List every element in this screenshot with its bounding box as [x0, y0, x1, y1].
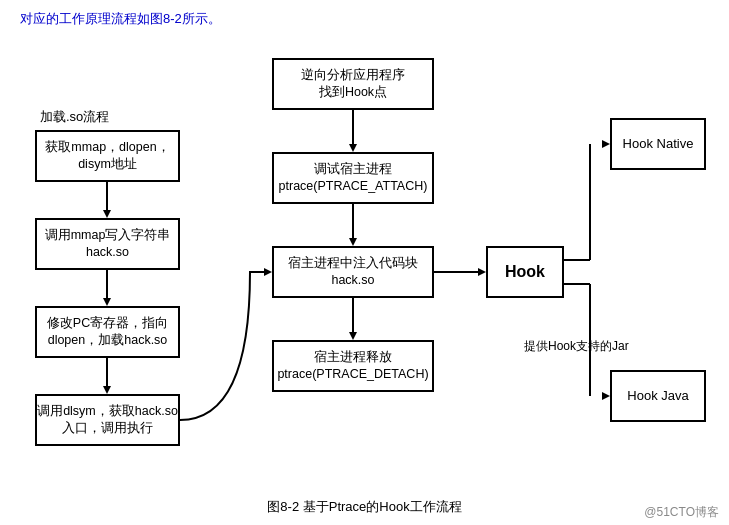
- box-left3: 修改PC寄存器，指向 dlopen，加载hack.so: [35, 306, 180, 358]
- section-label: 加载.so流程: [40, 108, 109, 126]
- diagram-area: 加载.so流程 获取mmap，dlopen， disym地址 调用mmap写入字…: [20, 40, 709, 490]
- box-left2: 调用mmap写入字符串 hack.so: [35, 218, 180, 270]
- box-hook-native: Hook Native: [610, 118, 706, 170]
- watermark: @51CTO博客: [644, 504, 719, 521]
- caption: 图8-2 基于Ptrace的Hook工作流程: [20, 498, 709, 516]
- intro-text: 对应的工作原理流程如图8-2所示。: [20, 10, 709, 28]
- box-hook: Hook: [486, 246, 564, 298]
- box-center4: 宿主进程释放 ptrace(PTRACE_DETACH): [272, 340, 434, 392]
- jar-label: 提供Hook支持的Jar: [524, 338, 629, 355]
- svg-marker-13: [602, 392, 610, 400]
- box-left4: 调用dlsym，获取hack.so 入口，调用执行: [35, 394, 180, 446]
- svg-marker-17: [103, 298, 111, 306]
- svg-marker-10: [602, 140, 610, 148]
- box-left1: 获取mmap，dlopen， disym地址: [35, 130, 180, 182]
- svg-marker-1: [349, 144, 357, 152]
- svg-marker-3: [349, 238, 357, 246]
- box-center2: 调试宿主进程 ptrace(PTRACE_ATTACH): [272, 152, 434, 204]
- box-hook-java: Hook Java: [610, 370, 706, 422]
- svg-marker-7: [478, 268, 486, 276]
- svg-marker-15: [103, 210, 111, 218]
- page-container: 对应的工作原理流程如图8-2所示。 加载.so流程 获取mmap，dlopen，…: [0, 0, 729, 525]
- box-center1: 逆向分析应用程序 找到Hook点: [272, 58, 434, 110]
- svg-marker-20: [264, 268, 272, 276]
- svg-marker-19: [103, 386, 111, 394]
- box-center3: 宿主进程中注入代码块 hack.so: [272, 246, 434, 298]
- svg-marker-5: [349, 332, 357, 340]
